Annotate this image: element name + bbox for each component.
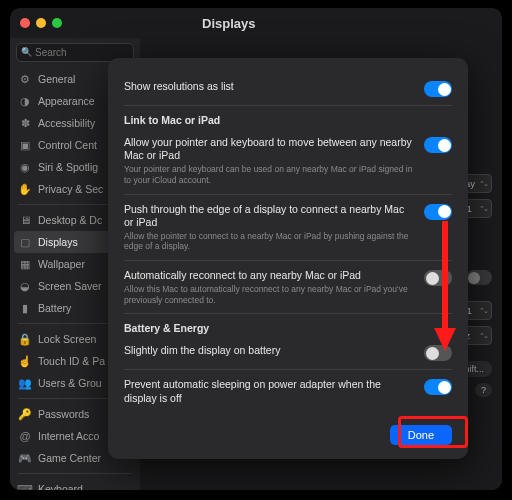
auto-reconnect-toggle[interactable] xyxy=(424,270,452,286)
sidebar-icon: ✋ xyxy=(18,182,32,196)
sidebar-icon: ◉ xyxy=(18,160,32,174)
sidebar-icon: ▦ xyxy=(18,257,32,271)
sidebar-icon: ◒ xyxy=(18,279,32,293)
push-edge-toggle[interactable] xyxy=(424,204,452,220)
sidebar-item-label: Screen Saver xyxy=(38,280,102,292)
sidebar-icon: ☝ xyxy=(18,354,32,368)
sidebar-item-label: Users & Grou xyxy=(38,377,102,389)
sidebar-icon: ▮ xyxy=(18,301,32,315)
auto-reconnect-sub: Allow this Mac to automatically reconnec… xyxy=(124,284,414,305)
sidebar-item-label: Internet Acco xyxy=(38,430,99,442)
window-title: Displays xyxy=(202,16,255,31)
prevent-sleep-label: Prevent automatic sleeping on power adap… xyxy=(124,378,414,404)
sidebar-item-label: Touch ID & Pa xyxy=(38,355,105,367)
sidebar-item-label: Keyboard xyxy=(38,483,83,490)
titlebar: Displays xyxy=(10,8,502,38)
sidebar-item-label: Game Center xyxy=(38,452,101,464)
sidebar-item-label: Siri & Spotlig xyxy=(38,161,98,173)
sidebar-icon: 🔒 xyxy=(18,332,32,346)
zoom-icon[interactable] xyxy=(52,18,62,28)
sidebar-item-label: Passwords xyxy=(38,408,89,420)
dim-battery-label: Slightly dim the display on battery xyxy=(124,344,414,357)
auto-reconnect-label: Automatically reconnect to any nearby Ma… xyxy=(124,269,414,282)
sidebar-icon: 👥 xyxy=(18,376,32,390)
sidebar-icon: 🎮 xyxy=(18,451,32,465)
push-edge-sub: Allow the pointer to connect to a nearby… xyxy=(124,231,414,252)
sidebar-item-label: Accessibility xyxy=(38,117,95,129)
dim-battery-toggle[interactable] xyxy=(424,345,452,361)
sidebar-icon: ✽ xyxy=(18,116,32,130)
sidebar-icon: @ xyxy=(18,429,32,443)
sidebar-icon: ▣ xyxy=(18,138,32,152)
close-icon[interactable] xyxy=(20,18,30,28)
help-icon[interactable]: ? xyxy=(475,383,492,397)
sidebar-icon: 🔑 xyxy=(18,407,32,421)
sidebar-item-label: Appearance xyxy=(38,95,95,107)
sidebar-item-label: Displays xyxy=(38,236,78,248)
section-battery: Battery & Energy xyxy=(124,322,452,334)
sidebar-icon: ⌨ xyxy=(18,482,32,490)
sidebar-item-label: Battery xyxy=(38,302,71,314)
minimize-icon[interactable] xyxy=(36,18,46,28)
sidebar-icon: ▢ xyxy=(18,235,32,249)
push-edge-label: Push through the edge of a display to co… xyxy=(124,203,414,229)
sidebar-icon: 🖥 xyxy=(18,213,32,227)
prevent-sleep-toggle[interactable] xyxy=(424,379,452,395)
sidebar-icon: ⚙ xyxy=(18,72,32,86)
sidebar-item-label: Privacy & Sec xyxy=(38,183,103,195)
sidebar-item-label: General xyxy=(38,73,75,85)
done-button[interactable]: Done xyxy=(390,425,452,445)
show-resolutions-toggle[interactable] xyxy=(424,81,452,97)
sidebar-item-label: Wallpaper xyxy=(38,258,85,270)
sidebar-item-label: Control Cent xyxy=(38,139,97,151)
sidebar-item-label: Desktop & Dc xyxy=(38,214,102,226)
section-link: Link to Mac or iPad xyxy=(124,114,452,126)
sidebar-item-label: Lock Screen xyxy=(38,333,96,345)
traffic-lights xyxy=(20,18,62,28)
sidebar-icon: ◑ xyxy=(18,94,32,108)
search-icon: 🔍 xyxy=(21,47,32,57)
allow-pointer-sub: Your pointer and keyboard can be used on… xyxy=(124,164,414,185)
show-resolutions-label: Show resolutions as list xyxy=(124,80,414,93)
allow-pointer-label: Allow your pointer and keyboard to move … xyxy=(124,136,414,162)
allow-pointer-toggle[interactable] xyxy=(424,137,452,153)
sidebar-item-keyboard[interactable]: ⌨Keyboard xyxy=(10,478,140,490)
unknown-toggle[interactable] xyxy=(466,270,492,285)
advanced-options-modal: Show resolutions as list Link to Mac or … xyxy=(108,58,468,459)
